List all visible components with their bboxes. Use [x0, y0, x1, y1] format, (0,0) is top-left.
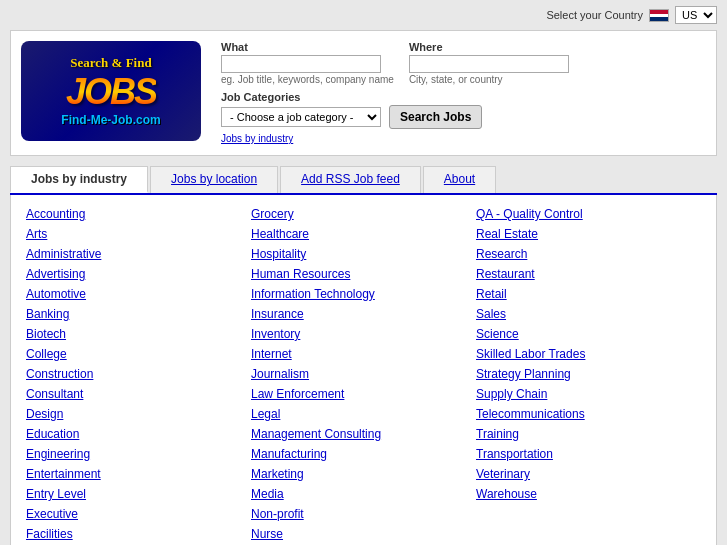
list-item[interactable]: Entertainment: [26, 465, 241, 483]
list-item[interactable]: Manufacturing: [251, 445, 466, 463]
list-item[interactable]: Non-profit: [251, 505, 466, 523]
country-label: Select your Country: [546, 9, 643, 21]
list-item[interactable]: Journalism: [251, 365, 466, 383]
logo-top: Search & Find: [70, 55, 151, 71]
list-item[interactable]: Marketing: [251, 465, 466, 483]
list-item[interactable]: Consultant: [26, 385, 241, 403]
list-item[interactable]: Science: [476, 325, 691, 343]
search-form: What eg. Job title, keywords, company na…: [221, 41, 706, 145]
logo-box: Search & Find JOBS Find-Me-Job.com: [21, 41, 201, 141]
list-item[interactable]: Healthcare: [251, 225, 466, 243]
categories-label: Job Categories: [221, 91, 706, 103]
where-input[interactable]: [409, 55, 569, 73]
search-button[interactable]: Search Jobs: [389, 105, 482, 129]
list-item[interactable]: Grocery: [251, 205, 466, 223]
country-select[interactable]: US: [675, 6, 717, 24]
jobs-by-industry-link[interactable]: Jobs by industry: [221, 133, 293, 144]
list-item[interactable]: Advertising: [26, 265, 241, 283]
column-2: GroceryHealthcareHospitalityHuman Resour…: [251, 205, 476, 545]
list-item[interactable]: Real Estate: [476, 225, 691, 243]
list-item[interactable]: Restaurant: [476, 265, 691, 283]
list-item[interactable]: Administrative: [26, 245, 241, 263]
what-input[interactable]: [221, 55, 381, 73]
list-item[interactable]: College: [26, 345, 241, 363]
list-item[interactable]: Strategy Planning: [476, 365, 691, 383]
list-item[interactable]: Law Enforcement: [251, 385, 466, 403]
list-item[interactable]: Legal: [251, 405, 466, 423]
list-item[interactable]: Media: [251, 485, 466, 503]
list-item[interactable]: Facilities: [26, 525, 241, 543]
list-item[interactable]: Skilled Labor Trades: [476, 345, 691, 363]
tab-jobs-by-location[interactable]: Jobs by location: [150, 166, 278, 193]
header-area: Search & Find JOBS Find-Me-Job.com What …: [10, 30, 717, 156]
list-item[interactable]: Sales: [476, 305, 691, 323]
list-item[interactable]: Human Resources: [251, 265, 466, 283]
list-item[interactable]: Accounting: [26, 205, 241, 223]
list-item[interactable]: Retail: [476, 285, 691, 303]
list-item[interactable]: Warehouse: [476, 485, 691, 503]
list-item[interactable]: Design: [26, 405, 241, 423]
list-item[interactable]: Management Consulting: [251, 425, 466, 443]
list-item[interactable]: Banking: [26, 305, 241, 323]
list-item[interactable]: Construction: [26, 365, 241, 383]
top-bar: Select your Country US: [0, 0, 727, 30]
logo-jobs: JOBS: [66, 71, 156, 113]
list-item[interactable]: Telecommunications: [476, 405, 691, 423]
tab-add-rss[interactable]: Add RSS Job feed: [280, 166, 421, 193]
list-item[interactable]: Nurse: [251, 525, 466, 543]
list-item[interactable]: Information Technology: [251, 285, 466, 303]
list-item[interactable]: Insurance: [251, 305, 466, 323]
list-item[interactable]: Arts: [26, 225, 241, 243]
list-item[interactable]: Biotech: [26, 325, 241, 343]
tabs: Jobs by industry Jobs by location Add RS…: [10, 166, 717, 195]
what-hint: eg. Job title, keywords, company name: [221, 74, 394, 85]
content-area: AccountingArtsAdministrativeAdvertisingA…: [10, 195, 717, 545]
list-item[interactable]: Transportation: [476, 445, 691, 463]
columns: AccountingArtsAdministrativeAdvertisingA…: [26, 205, 701, 545]
list-item[interactable]: Internet: [251, 345, 466, 363]
list-item[interactable]: Education: [26, 425, 241, 443]
tab-jobs-by-industry[interactable]: Jobs by industry: [10, 166, 148, 193]
list-item[interactable]: Executive: [26, 505, 241, 523]
logo-bottom: Find-Me-Job.com: [61, 113, 160, 127]
list-item[interactable]: Engineering: [26, 445, 241, 463]
list-item[interactable]: Automotive: [26, 285, 241, 303]
list-item[interactable]: QA - Quality Control: [476, 205, 691, 223]
list-item[interactable]: Research: [476, 245, 691, 263]
where-hint: City, state, or country: [409, 74, 569, 85]
column-1: AccountingArtsAdministrativeAdvertisingA…: [26, 205, 251, 545]
list-item[interactable]: Inventory: [251, 325, 466, 343]
category-select[interactable]: - Choose a job category -: [221, 107, 381, 127]
column-3: QA - Quality ControlReal EstateResearchR…: [476, 205, 701, 545]
list-item[interactable]: Supply Chain: [476, 385, 691, 403]
list-item[interactable]: Training: [476, 425, 691, 443]
flag-icon: [649, 9, 669, 22]
list-item[interactable]: Veterinary: [476, 465, 691, 483]
where-label: Where: [409, 41, 569, 53]
tab-about[interactable]: About: [423, 166, 496, 193]
what-label: What: [221, 41, 394, 53]
list-item[interactable]: Hospitality: [251, 245, 466, 263]
list-item[interactable]: Entry Level: [26, 485, 241, 503]
